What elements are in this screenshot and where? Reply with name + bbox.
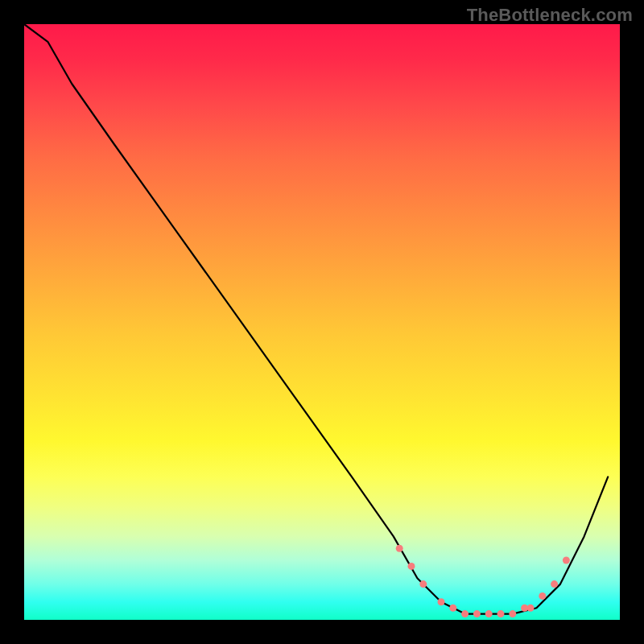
- plot-area: [24, 24, 620, 620]
- trough-dot: [509, 610, 516, 617]
- trough-dot: [396, 545, 403, 552]
- trough-dot: [497, 610, 505, 617]
- trough-dot: [438, 598, 445, 605]
- bottleneck-curve: [24, 24, 608, 614]
- trough-markers: [396, 545, 570, 617]
- trough-dot: [551, 580, 558, 588]
- trough-dot: [449, 605, 456, 612]
- trough-dot: [408, 563, 415, 570]
- chart-container: { "attribution": "TheBottleneck.com", "c…: [0, 0, 644, 644]
- curve-svg: [24, 24, 620, 620]
- trough-dot: [521, 605, 528, 612]
- trough-dot: [485, 610, 493, 617]
- trough-dot: [419, 580, 427, 588]
- trough-dot: [539, 592, 546, 600]
- trough-dot: [563, 557, 570, 564]
- trough-dot: [527, 605, 535, 612]
- attribution-text: TheBottleneck.com: [467, 5, 633, 26]
- trough-dot: [473, 610, 481, 617]
- trough-dot: [461, 610, 469, 617]
